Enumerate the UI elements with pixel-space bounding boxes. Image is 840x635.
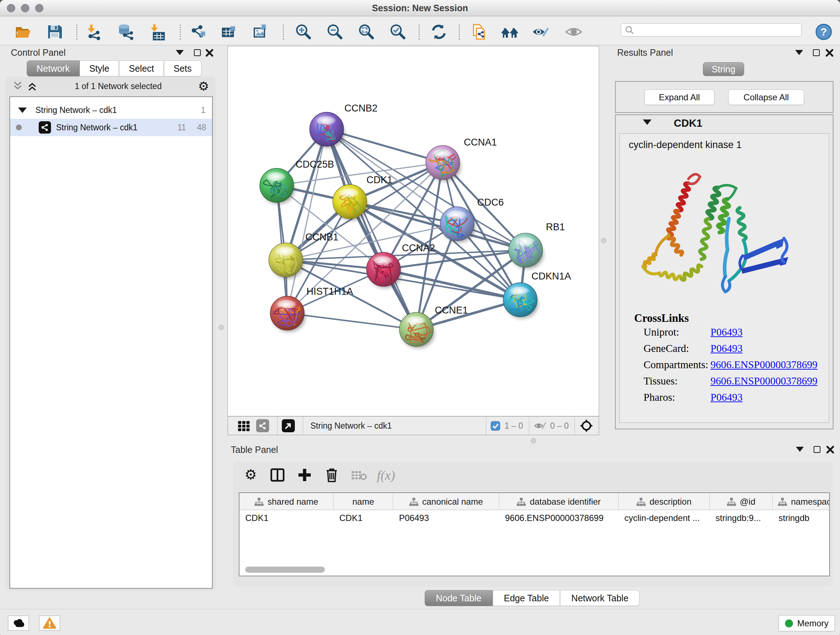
title-bar: Session: New Session [0,0,840,16]
cloud-button[interactable] [8,616,29,631]
node-label-CDKN1A: CDKN1A [531,271,571,282]
zoom-selected-button[interactable] [388,23,407,41]
crosslink-row: GeneCard:P06493 [644,342,824,355]
table-row[interactable]: CDK1CDK1P064939606.ENSP00000378699cyclin… [240,510,830,526]
selected-checkbox-icon[interactable] [491,421,500,431]
crosslink-link[interactable]: P06493 [711,391,743,403]
network-type-icon [39,121,51,134]
network-node-CDKN1A[interactable] [503,283,538,318]
string-home-button[interactable] [501,23,519,41]
control-panel-menu-button[interactable] [176,50,184,55]
help-button[interactable]: ? [815,23,833,41]
table-options-gear-icon[interactable]: ⚙ [245,468,257,481]
tab-select[interactable]: Select [119,60,164,76]
zoom-fit-button[interactable] [357,23,375,41]
results-panel-menu-button[interactable] [795,50,803,55]
import-network-from-database-button[interactable] [117,23,134,41]
tab-sets[interactable]: Sets [164,60,202,76]
network-node-CCNB1[interactable] [269,243,304,279]
tab-style[interactable]: Style [80,60,119,76]
network-node-CCNA2[interactable] [366,252,401,288]
collapse-all-button[interactable]: Collapse All [728,89,804,105]
crosslink-link[interactable]: 9606.ENSP00000378699 [711,375,818,387]
left-splitter-handle[interactable] [218,325,224,330]
export-table-button[interactable] [221,23,239,41]
memory-button[interactable]: Memory [778,615,835,631]
export-network-button[interactable] [189,23,207,41]
network-node-RB1[interactable] [508,233,544,272]
show-graphics-button[interactable] [565,23,583,41]
open-session-button[interactable] [14,23,32,41]
node-label-CDK1: CDK1 [366,174,393,185]
node-label-CCNB2: CCNB2 [344,103,378,114]
split-columns-icon[interactable] [270,468,285,482]
table-panel-menu-button[interactable] [796,447,804,452]
results-panel-close-button[interactable] [825,49,834,57]
save-session-button[interactable] [46,23,64,41]
warnings-button[interactable] [39,616,60,631]
column-label: name [352,497,374,507]
toolbar-separator [180,25,181,40]
crosshair-icon[interactable] [579,418,594,433]
table-panel-close-button[interactable] [826,445,835,454]
apply-layout-button[interactable] [430,23,448,41]
crosslink-row: Pharos:P06493 [644,391,824,403]
eye-slash-icon [531,23,549,41]
import-network-from-file-button[interactable] [85,23,103,41]
column-header-namespace[interactable]: namespace [773,493,830,510]
network-node-CDC25B[interactable] [260,168,295,204]
network-row[interactable]: String Network – cdk1 11 48 [10,119,212,136]
network-share-badge-icon[interactable] [256,419,269,432]
hide-glass-button[interactable] [531,23,549,41]
right-splitter-handle[interactable] [601,238,606,243]
control-panel-close-button[interactable] [205,49,214,57]
network-collection-row[interactable]: String Network – cdk1 1 [10,101,212,119]
search-input[interactable] [637,25,801,35]
network-node-CCNE1[interactable] [399,312,434,348]
zoom-out-button[interactable] [325,23,344,41]
tab-string[interactable]: String [703,62,744,76]
birdseye-grid-icon[interactable] [237,419,250,432]
network-node-CCNA1[interactable] [425,146,461,181]
export-image-button[interactable] [252,23,270,41]
column-type-icon [254,497,264,506]
protein-structure-image [634,165,790,295]
results-panel-float-button[interactable] [813,49,820,56]
control-panel-float-button[interactable] [194,49,201,56]
column-header-description[interactable]: description [619,493,710,510]
column-header-name[interactable]: name [333,493,393,510]
expand-all-button[interactable]: Expand All [644,89,714,105]
network-node-CDC6[interactable] [440,207,475,242]
zoom-in-button[interactable] [294,23,312,41]
table-panel-float-button[interactable] [813,446,821,453]
column-header--id[interactable]: @id [710,493,773,510]
crosslink-link[interactable]: 9606.ENSP00000378699 [711,359,818,371]
crosslink-link[interactable]: P06493 [711,342,743,355]
cell-namespace: stringdb [773,513,830,523]
copy-network-button[interactable] [470,23,488,41]
tab-edge-table[interactable]: Edge Table [493,590,561,606]
column-header-database-identifier[interactable]: database identifier [499,493,619,510]
tab-network-table[interactable]: Network Table [560,590,639,606]
function-builder-button: f(x) [377,468,395,483]
column-header-canonical-name[interactable]: canonical name [393,493,499,510]
network-node-HIST1H1A[interactable] [268,296,305,332]
collapse-all-icon[interactable] [11,81,24,92]
tree-expander-icon[interactable] [18,108,27,113]
network-node-CDK1[interactable] [333,185,368,220]
delete-column-trash-icon[interactable] [325,467,339,483]
horizontal-scrollbar-thumb[interactable] [245,567,325,573]
add-column-icon[interactable] [297,468,312,482]
crosslink-link[interactable]: P06493 [711,326,743,338]
column-header-shared-name[interactable]: shared name [240,493,333,510]
crosslink-row: Uniprot:P06493 [644,326,824,338]
import-table-from-file-button[interactable] [148,23,166,41]
open-in-new-icon[interactable] [282,419,295,432]
network-options-gear-icon[interactable]: ⚙ [198,80,209,92]
network-view-canvas[interactable]: CCNB2CCNA1CDC25BCDK1CDC6RB1CCNB1CCNA2CDK… [227,46,599,416]
tab-node-table[interactable]: Node Table [425,590,493,606]
horizontal-splitter-handle[interactable] [531,438,536,443]
expand-all-icon[interactable] [26,81,38,92]
tab-network[interactable]: Network [27,60,80,76]
cell-canonical-name: P06493 [393,513,499,523]
